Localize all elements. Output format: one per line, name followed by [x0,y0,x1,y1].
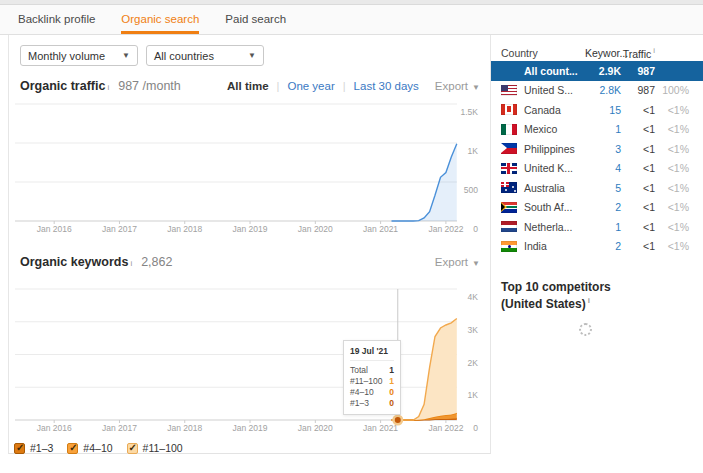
range-last-30-days[interactable]: Last 30 days [354,80,419,92]
country-row[interactable]: South Af... 2 <1 <1% [491,198,703,218]
main-panel: Monthly volume All countries Organic tra… [8,35,491,454]
caret-down-icon [472,83,480,92]
svg-text:1K: 1K [468,390,479,400]
country-row[interactable]: Australia 5 <1 <1% [491,178,703,198]
svg-text:Jan 2016: Jan 2016 [37,224,72,234]
country-filter-value: All countries [154,50,214,62]
country-name: United K... [524,162,573,174]
svg-text:Jan 2018: Jan 2018 [167,224,202,234]
svg-text:Jan 2021: Jan 2021 [363,423,398,433]
positions-legend: #1–3 #4–10 #11–100 [14,442,490,454]
svg-text:500: 500 [464,185,478,195]
col-keywords[interactable]: Keywor... [585,47,621,59]
country-keywords-link[interactable]: 2.8K [585,84,621,96]
country-name: United S... [524,84,573,96]
organic-keywords-value: 2,862 [141,255,172,269]
legend-checkbox-item[interactable]: #11–100 [127,442,183,454]
country-row[interactable]: Netherla... 1 <1 <1% [491,217,703,237]
range-all-time[interactable]: All time [227,80,269,92]
country-row[interactable]: Mexico 1 <1 <1% [491,120,703,140]
tab-organic-search[interactable]: Organic search [121,5,199,34]
country-keywords-link[interactable]: 15 [585,104,621,116]
svg-text:Jan 2020: Jan 2020 [298,224,333,234]
country-traffic: <1 [621,182,655,194]
col-traffic[interactable]: Traffic [621,46,655,60]
country-keywords-link[interactable]: 5 [585,182,621,194]
info-icon[interactable] [130,259,132,268]
country-name: Philippines [524,143,575,155]
country-keywords-link[interactable]: 4 [585,162,621,174]
filters-row: Monthly volume All countries [9,35,490,66]
country-keywords-link[interactable]: 1 [585,221,621,233]
svg-text:2K: 2K [468,358,479,368]
checkbox-checked-icon[interactable] [14,443,25,454]
chart-tooltip: 19 Jul '21 Total 1 #11–100 1 #4–10 0 #1 [343,340,401,415]
tab-paid-search[interactable]: Paid search [225,5,286,34]
organic-keywords-chart-area: 01K2K3K4KJan 2016Jan 2017Jan 2018Jan 201… [13,283,490,439]
svg-text:3K: 3K [468,325,479,335]
country-traffic: <1 [621,221,655,233]
checkbox-checked-icon[interactable] [127,443,138,454]
caret-down-icon [248,51,256,60]
organic-keywords-chart[interactable]: 01K2K3K4KJan 2016Jan 2017Jan 2018Jan 201… [13,283,483,435]
country-name: Canada [524,104,561,116]
countries-table-header: Country Keywor... Traffic [491,44,703,61]
country-filter-dropdown[interactable]: All countries [146,45,264,66]
svg-text:4K: 4K [468,292,479,302]
legend-label: #1–3 [30,442,53,454]
organic-traffic-chart-area: 05001K1.5KJan 2016Jan 2017Jan 2018Jan 20… [13,98,490,240]
country-row[interactable]: India 2 <1 <1% [491,237,703,257]
svg-text:Jan 2021: Jan 2021 [363,224,398,234]
organic-traffic-chart[interactable]: 05001K1.5KJan 2016Jan 2017Jan 2018Jan 20… [13,98,483,236]
legend-checkbox-item[interactable]: #1–3 [14,442,53,454]
export-traffic-button[interactable]: Export [435,80,480,92]
svg-text:Jan 2019: Jan 2019 [233,423,268,433]
competitors-title: Top 10 competitors (United States) [501,280,703,312]
caret-down-icon [472,259,480,268]
country-row[interactable]: United K... 4 <1 <1% [491,159,703,179]
country-flag-icon [501,241,517,252]
export-keywords-button[interactable]: Export [435,256,480,268]
info-icon[interactable] [107,83,109,92]
country-keywords-link[interactable]: 2.9K [585,65,621,77]
legend-label: #4–10 [83,442,112,454]
country-flag-icon [501,221,517,232]
info-icon [653,46,655,55]
country-traffic-pct: <1% [655,123,689,135]
country-traffic-pct: <1% [655,143,689,155]
country-row[interactable]: All count... 2.9K 987 [491,61,703,81]
volume-filter-dropdown[interactable]: Monthly volume [20,45,138,66]
country-flag-icon [501,124,517,135]
country-keywords-link[interactable]: 1 [585,123,621,135]
legend-label: #11–100 [143,442,183,454]
country-flag-icon [501,143,517,154]
country-traffic: <1 [621,123,655,135]
country-name: Netherla... [524,221,572,233]
tooltip-row-total: Total 1 [350,365,394,376]
checkbox-checked-icon[interactable] [67,443,78,454]
country-row[interactable]: United S... 2.8K 987 100% [491,81,703,101]
svg-text:1K: 1K [468,146,479,156]
info-icon [588,296,590,305]
tooltip-row-11-100: #11–100 1 [350,376,394,387]
country-row[interactable]: Canada 15 <1 <1% [491,100,703,120]
organic-keywords-title: Organic keywords [20,255,128,269]
col-country[interactable]: Country [501,47,585,59]
country-keywords-link[interactable]: 2 [585,240,621,252]
svg-text:Jan 2022: Jan 2022 [428,423,463,433]
country-flag-icon [501,65,517,76]
country-traffic-pct: <1% [655,221,689,233]
range-one-year[interactable]: One year [287,80,334,92]
svg-text:1.5K: 1.5K [461,107,479,117]
country-traffic-pct: <1% [655,201,689,213]
country-traffic-pct: <1% [655,182,689,194]
country-traffic: <1 [621,201,655,213]
country-keywords-link[interactable]: 3 [585,143,621,155]
country-name: India [524,240,547,252]
country-name: Australia [524,182,565,194]
legend-checkbox-item[interactable]: #4–10 [67,442,112,454]
country-row[interactable]: Philippines 3 <1 <1% [491,139,703,159]
svg-text:Jan 2017: Jan 2017 [102,224,137,234]
country-keywords-link[interactable]: 2 [585,201,621,213]
tab-backlink-profile[interactable]: Backlink profile [18,5,95,34]
